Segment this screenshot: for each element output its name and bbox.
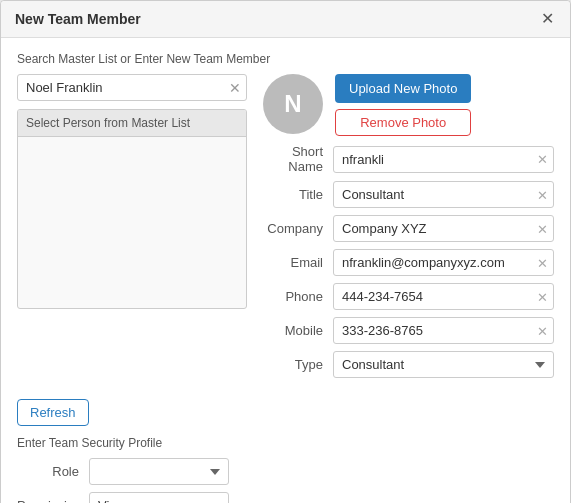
close-button[interactable]: ✕ (539, 11, 556, 27)
master-list-header: Select Person from Master List (18, 110, 246, 137)
short-name-label: Short Name (263, 144, 333, 174)
avatar-section: N Upload New Photo Remove Photo (263, 74, 471, 136)
title-row: Title ✕ (263, 181, 554, 208)
type-row: Type Consultant Employee Contractor (263, 351, 554, 378)
role-row: Role (17, 458, 247, 485)
email-clear-button[interactable]: ✕ (537, 256, 548, 269)
company-row: Company ✕ (263, 215, 554, 242)
dialog-body: Search Master List or Enter New Team Mem… (1, 38, 570, 503)
phone-row: Phone ✕ (263, 283, 554, 310)
mobile-row: Mobile ✕ (263, 317, 554, 344)
phone-label: Phone (263, 289, 333, 304)
short-name-row: Short Name ✕ (263, 144, 554, 174)
phone-clear-button[interactable]: ✕ (537, 290, 548, 303)
photo-buttons: Upload New Photo Remove Photo (335, 74, 471, 136)
mobile-label: Mobile (263, 323, 333, 338)
mobile-input[interactable] (333, 317, 554, 344)
company-input[interactable] (333, 215, 554, 242)
upload-photo-button[interactable]: Upload New Photo (335, 74, 471, 103)
title-input[interactable] (333, 181, 554, 208)
company-input-wrap: ✕ (333, 215, 554, 242)
email-label: Email (263, 255, 333, 270)
email-input-wrap: ✕ (333, 249, 554, 276)
permission-label: Permission (17, 498, 89, 503)
refresh-button[interactable]: Refresh (17, 399, 89, 426)
phone-input[interactable] (333, 283, 554, 310)
title-input-wrap: ✕ (333, 181, 554, 208)
company-label: Company (263, 221, 333, 236)
title-label: Title (263, 187, 333, 202)
email-row: Email ✕ (263, 249, 554, 276)
short-name-input-wrap: ✕ (333, 146, 554, 173)
search-section-label: Search Master List or Enter New Team Mem… (17, 52, 554, 66)
left-panel: ✕ Select Person from Master List (17, 74, 247, 385)
type-select[interactable]: Consultant Employee Contractor (333, 351, 554, 378)
short-name-clear-button[interactable]: ✕ (537, 153, 548, 166)
bottom-left: Refresh Enter Team Security Profile Role… (17, 399, 247, 503)
master-list-box: Select Person from Master List (17, 109, 247, 309)
company-clear-button[interactable]: ✕ (537, 222, 548, 235)
permission-row: Permission View Edit Admin (17, 492, 247, 503)
right-panel: N Upload New Photo Remove Photo Short Na… (263, 74, 554, 385)
form-section: Short Name ✕ Title ✕ C (263, 144, 554, 385)
bottom-section: Refresh Enter Team Security Profile Role… (17, 399, 554, 503)
search-input-wrap: ✕ (17, 74, 247, 101)
avatar: N (263, 74, 323, 134)
dialog-header: New Team Member ✕ (1, 1, 570, 38)
search-input[interactable] (17, 74, 247, 101)
mobile-clear-button[interactable]: ✕ (537, 324, 548, 337)
phone-input-wrap: ✕ (333, 283, 554, 310)
search-clear-button[interactable]: ✕ (229, 81, 241, 95)
mobile-input-wrap: ✕ (333, 317, 554, 344)
permission-select[interactable]: View Edit Admin (89, 492, 229, 503)
top-section: ✕ Select Person from Master List N Uploa… (17, 74, 554, 385)
type-label: Type (263, 357, 333, 372)
new-team-member-dialog: New Team Member ✕ Search Master List or … (0, 0, 571, 503)
short-name-input[interactable] (333, 146, 554, 173)
role-select[interactable] (89, 458, 229, 485)
role-label: Role (17, 464, 89, 479)
avatar-initial: N (284, 90, 301, 118)
type-select-wrap: Consultant Employee Contractor (333, 351, 554, 378)
permission-select-wrap: View Edit Admin (89, 492, 229, 503)
dialog-title: New Team Member (15, 11, 141, 27)
title-clear-button[interactable]: ✕ (537, 188, 548, 201)
remove-photo-button[interactable]: Remove Photo (335, 109, 471, 136)
security-label: Enter Team Security Profile (17, 436, 247, 450)
email-input[interactable] (333, 249, 554, 276)
role-select-wrap (89, 458, 229, 485)
